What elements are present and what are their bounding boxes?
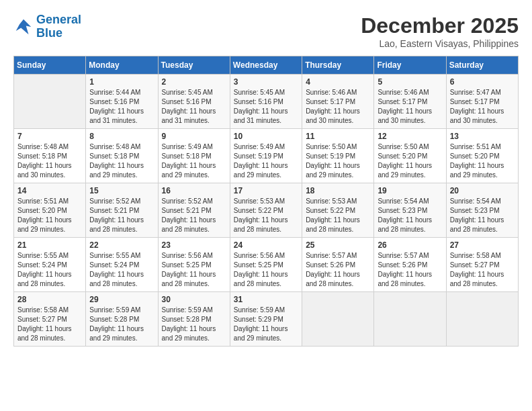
day-number: 28 — [17, 295, 82, 304]
day-number: 22 — [89, 240, 154, 250]
day-number: 15 — [89, 186, 154, 195]
calendar-cell: 13Sunrise: 5:51 AM Sunset: 5:20 PM Dayli… — [446, 129, 518, 183]
page-subtitle: Lao, Eastern Visayas, Philippines — [361, 38, 519, 49]
calendar-cell: 6Sunrise: 5:47 AM Sunset: 5:17 PM Daylig… — [446, 75, 518, 129]
calendar-cell: 27Sunrise: 5:58 AM Sunset: 5:27 PM Dayli… — [446, 238, 518, 292]
day-info: Sunrise: 5:50 AM Sunset: 5:19 PM Dayligh… — [306, 142, 370, 180]
calendar-table: SundayMondayTuesdayWednesdayThursdayFrid… — [13, 56, 519, 347]
calendar-cell — [374, 292, 446, 347]
header-tuesday: Tuesday — [158, 56, 230, 75]
calendar-cell: 20Sunrise: 5:54 AM Sunset: 5:23 PM Dayli… — [446, 183, 518, 238]
page-title: December 2025 — [361, 13, 519, 38]
day-info: Sunrise: 5:48 AM Sunset: 5:18 PM Dayligh… — [89, 142, 154, 180]
day-info: Sunrise: 5:59 AM Sunset: 5:28 PM Dayligh… — [89, 306, 154, 343]
calendar-cell: 24Sunrise: 5:56 AM Sunset: 5:25 PM Dayli… — [230, 238, 302, 292]
day-number: 7 — [17, 132, 82, 141]
day-info: Sunrise: 5:46 AM Sunset: 5:17 PM Dayligh… — [378, 88, 442, 126]
day-number: 9 — [162, 132, 226, 141]
calendar-cell: 2Sunrise: 5:45 AM Sunset: 5:16 PM Daylig… — [158, 75, 230, 129]
day-info: Sunrise: 5:45 AM Sunset: 5:16 PM Dayligh… — [162, 88, 226, 126]
day-info: Sunrise: 5:51 AM Sunset: 5:20 PM Dayligh… — [450, 142, 515, 180]
calendar-cell: 8Sunrise: 5:48 AM Sunset: 5:18 PM Daylig… — [86, 129, 158, 183]
day-info: Sunrise: 5:58 AM Sunset: 5:27 PM Dayligh… — [450, 251, 515, 289]
calendar-cell — [302, 292, 374, 347]
day-info: Sunrise: 5:53 AM Sunset: 5:22 PM Dayligh… — [234, 197, 298, 234]
day-info: Sunrise: 5:47 AM Sunset: 5:17 PM Dayligh… — [450, 88, 515, 126]
day-info: Sunrise: 5:58 AM Sunset: 5:27 PM Dayligh… — [17, 306, 82, 343]
calendar-week-row: 7Sunrise: 5:48 AM Sunset: 5:18 PM Daylig… — [14, 129, 519, 183]
day-info: Sunrise: 5:54 AM Sunset: 5:23 PM Dayligh… — [450, 197, 515, 234]
day-number: 31 — [234, 295, 298, 304]
calendar-cell: 14Sunrise: 5:51 AM Sunset: 5:20 PM Dayli… — [14, 183, 86, 238]
day-info: Sunrise: 5:49 AM Sunset: 5:18 PM Dayligh… — [162, 142, 226, 180]
day-info: Sunrise: 5:44 AM Sunset: 5:16 PM Dayligh… — [89, 88, 154, 126]
day-number: 16 — [162, 186, 226, 195]
day-info: Sunrise: 5:49 AM Sunset: 5:19 PM Dayligh… — [234, 142, 298, 180]
calendar-cell: 4Sunrise: 5:46 AM Sunset: 5:17 PM Daylig… — [302, 75, 374, 129]
day-number: 2 — [162, 77, 226, 87]
day-info: Sunrise: 5:57 AM Sunset: 5:26 PM Dayligh… — [378, 251, 442, 289]
day-info: Sunrise: 5:55 AM Sunset: 5:24 PM Dayligh… — [17, 251, 82, 289]
calendar-cell: 26Sunrise: 5:57 AM Sunset: 5:26 PM Dayli… — [374, 238, 446, 292]
page-header: GeneralBlue December 2025 Lao, Eastern V… — [13, 13, 519, 49]
calendar-cell: 7Sunrise: 5:48 AM Sunset: 5:18 PM Daylig… — [14, 129, 86, 183]
calendar-week-row: 1Sunrise: 5:44 AM Sunset: 5:16 PM Daylig… — [14, 75, 519, 129]
day-number: 25 — [306, 240, 370, 250]
day-number: 17 — [234, 186, 298, 195]
day-info: Sunrise: 5:59 AM Sunset: 5:29 PM Dayligh… — [234, 306, 298, 343]
calendar-cell — [14, 75, 86, 129]
day-info: Sunrise: 5:56 AM Sunset: 5:25 PM Dayligh… — [234, 251, 298, 289]
day-info: Sunrise: 5:59 AM Sunset: 5:28 PM Dayligh… — [162, 306, 226, 343]
calendar-cell: 29Sunrise: 5:59 AM Sunset: 5:28 PM Dayli… — [86, 292, 158, 347]
day-info: Sunrise: 5:51 AM Sunset: 5:20 PM Dayligh… — [17, 197, 82, 234]
header-friday: Friday — [374, 56, 446, 75]
header-wednesday: Wednesday — [230, 56, 302, 75]
day-number: 21 — [17, 240, 82, 250]
day-number: 27 — [450, 240, 515, 250]
calendar-cell: 9Sunrise: 5:49 AM Sunset: 5:18 PM Daylig… — [158, 129, 230, 183]
day-number: 24 — [234, 240, 298, 250]
day-info: Sunrise: 5:48 AM Sunset: 5:18 PM Dayligh… — [17, 142, 82, 180]
calendar-cell: 23Sunrise: 5:56 AM Sunset: 5:25 PM Dayli… — [158, 238, 230, 292]
day-info: Sunrise: 5:45 AM Sunset: 5:16 PM Dayligh… — [234, 88, 298, 126]
header-monday: Monday — [86, 56, 158, 75]
calendar-cell: 15Sunrise: 5:52 AM Sunset: 5:21 PM Dayli… — [86, 183, 158, 238]
calendar-cell: 25Sunrise: 5:57 AM Sunset: 5:26 PM Dayli… — [302, 238, 374, 292]
calendar-week-row: 28Sunrise: 5:58 AM Sunset: 5:27 PM Dayli… — [14, 292, 519, 347]
day-info: Sunrise: 5:52 AM Sunset: 5:21 PM Dayligh… — [89, 197, 154, 234]
logo-text: GeneralBlue — [36, 13, 81, 40]
day-info: Sunrise: 5:56 AM Sunset: 5:25 PM Dayligh… — [162, 251, 226, 289]
day-info: Sunrise: 5:53 AM Sunset: 5:22 PM Dayligh… — [306, 197, 370, 234]
day-number: 23 — [162, 240, 226, 250]
calendar-cell: 17Sunrise: 5:53 AM Sunset: 5:22 PM Dayli… — [230, 183, 302, 238]
calendar-cell: 28Sunrise: 5:58 AM Sunset: 5:27 PM Dayli… — [14, 292, 86, 347]
calendar-cell: 31Sunrise: 5:59 AM Sunset: 5:29 PM Dayli… — [230, 292, 302, 347]
day-number: 14 — [17, 186, 82, 195]
calendar-week-row: 14Sunrise: 5:51 AM Sunset: 5:20 PM Dayli… — [14, 183, 519, 238]
calendar-cell: 30Sunrise: 5:59 AM Sunset: 5:28 PM Dayli… — [158, 292, 230, 347]
header-thursday: Thursday — [302, 56, 374, 75]
day-number: 11 — [306, 132, 370, 141]
logo: GeneralBlue — [13, 13, 81, 40]
day-info: Sunrise: 5:50 AM Sunset: 5:20 PM Dayligh… — [378, 142, 442, 180]
calendar-cell: 22Sunrise: 5:55 AM Sunset: 5:24 PM Dayli… — [86, 238, 158, 292]
title-block: December 2025 Lao, Eastern Visayas, Phil… — [361, 13, 519, 49]
calendar-cell: 3Sunrise: 5:45 AM Sunset: 5:16 PM Daylig… — [230, 75, 302, 129]
calendar-header-row: SundayMondayTuesdayWednesdayThursdayFrid… — [14, 56, 519, 75]
day-number: 30 — [162, 295, 226, 304]
calendar-cell: 5Sunrise: 5:46 AM Sunset: 5:17 PM Daylig… — [374, 75, 446, 129]
calendar-cell: 10Sunrise: 5:49 AM Sunset: 5:19 PM Dayli… — [230, 129, 302, 183]
calendar-cell: 18Sunrise: 5:53 AM Sunset: 5:22 PM Dayli… — [302, 183, 374, 238]
calendar-cell: 1Sunrise: 5:44 AM Sunset: 5:16 PM Daylig… — [86, 75, 158, 129]
day-info: Sunrise: 5:55 AM Sunset: 5:24 PM Dayligh… — [89, 251, 154, 289]
calendar-cell: 16Sunrise: 5:52 AM Sunset: 5:21 PM Dayli… — [158, 183, 230, 238]
logo-icon — [13, 17, 34, 37]
calendar-cell: 11Sunrise: 5:50 AM Sunset: 5:19 PM Dayli… — [302, 129, 374, 183]
day-info: Sunrise: 5:52 AM Sunset: 5:21 PM Dayligh… — [162, 197, 226, 234]
calendar-cell — [446, 292, 518, 347]
svg-marker-0 — [16, 19, 32, 35]
day-number: 3 — [234, 77, 298, 87]
day-number: 8 — [89, 132, 154, 141]
day-number: 10 — [234, 132, 298, 141]
day-number: 1 — [89, 77, 154, 87]
